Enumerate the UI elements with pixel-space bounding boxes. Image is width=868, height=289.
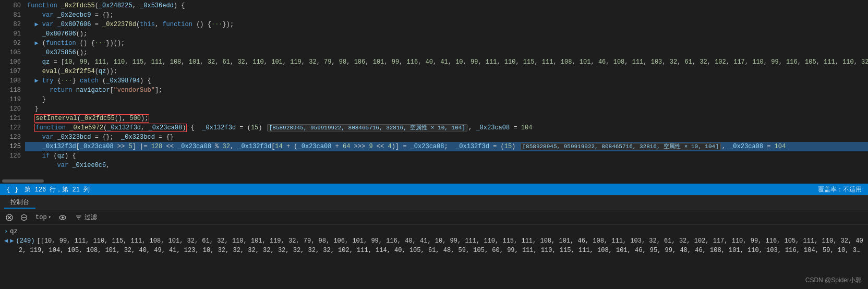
visibility-button[interactable] (57, 212, 68, 223)
prompt-arrow: › (4, 227, 8, 236)
line-number[interactable]: 119 (0, 95, 21, 104)
code-line: ▶ var _0x807606 = _0x22378d(this, functi… (25, 20, 868, 29)
status-bar: { } 第 126 行，第 21 列 覆盖率：不适用 (0, 184, 868, 195)
code-lines: function _0x2fdc55(_0x248225, _0x536edd)… (25, 0, 868, 178)
code-line: var _0x1ee0c6, (25, 161, 868, 170)
console-prompt: › qz (4, 227, 864, 236)
panel-toolbar: top ▾ 过滤 (0, 210, 868, 225)
code-line: function _0x1e5972(_0x132f3d, _0x23ca08)… (25, 123, 868, 133)
clear-icon (5, 213, 14, 222)
prompt-text: qz (10, 227, 17, 236)
code-line: ▶ try {···} catch (_0x398794) { (25, 76, 868, 86)
line-numbers: 80 81 82 91 92 105 106 107 108 118 119 1… (0, 0, 25, 178)
line-number[interactable]: 108 (0, 76, 21, 86)
line-number[interactable]: 106 (0, 57, 21, 67)
array-row2: 2, 119, 104, 105, 108, 101, 32, 40, 49, … (19, 246, 864, 255)
filter-icon (75, 214, 82, 221)
console-content: › qz ◀ ▶ (249) [[10, 99, 111, 110, 115, … (0, 225, 868, 289)
code-line: _0x375856(); (25, 48, 868, 57)
chevron-down-icon: ▾ (49, 214, 51, 220)
line-number[interactable]: 80 (0, 1, 21, 10)
line-number[interactable]: 105 (0, 48, 21, 57)
code-line: return navigator["vendorSub"]; (25, 86, 868, 95)
cursor-position: 第 126 行，第 21 列 (25, 185, 90, 194)
horizontal-scrollbar[interactable] (0, 178, 868, 184)
line-number[interactable]: 121 (0, 114, 21, 123)
code-line: function _0x2fdc55(_0x248225, _0x536edd)… (25, 1, 868, 10)
code-line: var _0x323bcd = {}; _0x323bcd = {} (25, 133, 868, 142)
svg-point-6 (62, 216, 64, 219)
line-number[interactable]: 82 (0, 20, 21, 29)
code-line: _0x807606(); (25, 29, 868, 39)
clear-console-button[interactable] (4, 212, 15, 223)
bottom-panel: 控制台 top ▾ (0, 195, 868, 289)
cursor-icon: { } (6, 186, 18, 194)
tab-console[interactable]: 控制台 (4, 197, 35, 209)
code-line: eval(_0x2f2f54(qz)); (25, 67, 868, 76)
code-line: qz = [10, 99, 111, 110, 115, 111, 108, 1… (25, 57, 868, 67)
line-number[interactable]: 118 (0, 86, 21, 95)
status-left: { } 第 126 行，第 21 列 (6, 185, 90, 194)
code-line-active: _0x132f3d[_0x23ca08 >> 5] |= 128 << _0x2… (25, 142, 868, 151)
code-line: var _0x2ecbc9 = {}; (25, 10, 868, 20)
code-line: if (qz) { (25, 151, 868, 161)
expand-button[interactable]: ▶ (10, 236, 14, 246)
line-number[interactable]: 92 (0, 39, 21, 48)
line-number[interactable]: 123 (0, 133, 21, 142)
block-button[interactable] (19, 212, 29, 223)
watermark: CSDN @Spider小郭 (805, 276, 862, 285)
editor-area: 80 81 82 91 92 105 106 107 108 118 119 1… (0, 0, 868, 184)
block-icon (20, 213, 28, 222)
code-line: } (25, 104, 868, 114)
filter-label: 过滤 (85, 213, 97, 222)
panel-tabs: 控制台 (0, 196, 868, 210)
console-output-row1: ◀ ▶ (249) [[10, 99, 111, 110, 115, 111, … (4, 236, 864, 246)
coverage-label: 覆盖率：不适用 (818, 185, 862, 194)
status-right: 覆盖率：不适用 (818, 185, 862, 194)
output-arrow: ◀ (4, 236, 8, 246)
console-output-row2: 2, 119, 104, 105, 108, 101, 32, 40, 49, … (4, 246, 864, 255)
eye-icon (58, 213, 67, 222)
line-number-active[interactable]: 125 (0, 142, 21, 151)
line-number[interactable]: 107 (0, 67, 21, 76)
line-number[interactable]: 91 (0, 29, 21, 39)
line-number[interactable]: 120 (0, 104, 21, 114)
line-number[interactable]: 81 (0, 10, 21, 20)
line-number[interactable]: 122 (0, 123, 21, 133)
code-container: 80 81 82 91 92 105 106 107 108 118 119 1… (0, 0, 868, 178)
code-line: ▶ (function () {···})(); (25, 39, 868, 48)
filter-button[interactable]: 过滤 (72, 212, 100, 223)
array-count: (249) (16, 236, 34, 246)
code-line: } (25, 95, 868, 104)
scrollbar-thumb[interactable] (2, 179, 44, 183)
level-label: top (35, 214, 47, 221)
array-preview: [[10, 99, 111, 110, 115, 111, 108, 101, … (37, 236, 863, 246)
code-line: setInterval(_0x2fdc55(), 500); (25, 114, 868, 123)
line-number[interactable]: 126 (0, 151, 21, 161)
level-dropdown[interactable]: top ▾ (33, 213, 53, 222)
